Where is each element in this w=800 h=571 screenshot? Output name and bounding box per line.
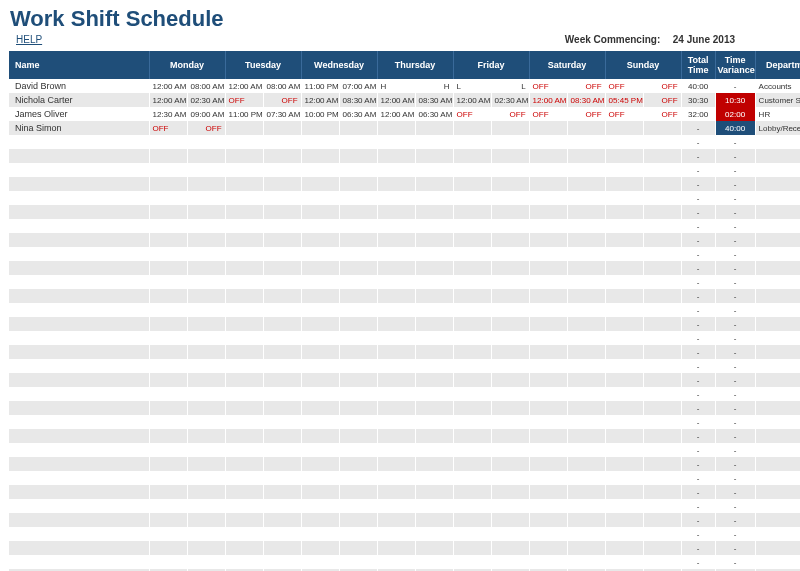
cell-variance: - xyxy=(715,177,755,191)
col-total-time: Total Time xyxy=(681,51,715,79)
cell-shift xyxy=(377,247,415,261)
cell-shift xyxy=(263,485,301,499)
cell-department xyxy=(755,555,800,569)
cell-shift xyxy=(225,555,263,569)
cell-shift xyxy=(149,359,187,373)
cell-shift xyxy=(453,401,491,415)
cell-shift: 12:00 AM xyxy=(377,107,415,121)
cell-shift xyxy=(301,163,339,177)
cell-name xyxy=(9,359,149,373)
cell-shift xyxy=(187,527,225,541)
cell-shift xyxy=(301,485,339,499)
cell-shift xyxy=(415,163,453,177)
cell-department: HR xyxy=(755,107,800,121)
cell-variance: - xyxy=(715,373,755,387)
cell-shift xyxy=(263,233,301,247)
cell-shift xyxy=(263,471,301,485)
cell-shift xyxy=(301,457,339,471)
cell-shift xyxy=(567,457,605,471)
cell-shift xyxy=(643,261,681,275)
cell-shift xyxy=(225,541,263,555)
sub-header: HELP Week Commencing: 24 June 2013 xyxy=(0,32,800,51)
cell-shift xyxy=(301,205,339,219)
table-row-empty: -- xyxy=(9,177,800,191)
col-time-variance: Time Variance xyxy=(715,51,755,79)
cell-shift xyxy=(225,345,263,359)
cell-name xyxy=(9,471,149,485)
cell-variance: - xyxy=(715,275,755,289)
cell-shift xyxy=(643,499,681,513)
cell-shift xyxy=(491,121,529,135)
cell-shift xyxy=(225,303,263,317)
cell-shift: 02:30 AM xyxy=(187,93,225,107)
cell-shift xyxy=(643,247,681,261)
cell-total: - xyxy=(681,163,715,177)
cell-shift xyxy=(263,261,301,275)
cell-shift xyxy=(187,555,225,569)
cell-shift xyxy=(187,233,225,247)
cell-shift xyxy=(567,331,605,345)
cell-shift xyxy=(643,513,681,527)
cell-shift xyxy=(491,541,529,555)
table-row-empty: -- xyxy=(9,261,800,275)
cell-shift xyxy=(415,541,453,555)
table-row-empty: -- xyxy=(9,219,800,233)
cell-shift xyxy=(529,555,567,569)
week-commencing-label: Week Commencing: xyxy=(565,34,660,45)
cell-shift xyxy=(263,247,301,261)
cell-shift xyxy=(187,513,225,527)
cell-total: - xyxy=(681,387,715,401)
cell-shift xyxy=(339,205,377,219)
cell-variance: 02:00 xyxy=(715,107,755,121)
cell-name xyxy=(9,401,149,415)
cell-total: - xyxy=(681,303,715,317)
cell-shift xyxy=(491,359,529,373)
cell-shift: 09:00 AM xyxy=(187,107,225,121)
cell-department xyxy=(755,401,800,415)
help-link[interactable]: HELP xyxy=(16,34,42,45)
cell-shift xyxy=(605,317,643,331)
cell-shift xyxy=(529,135,567,149)
cell-shift xyxy=(301,317,339,331)
cell-shift xyxy=(301,191,339,205)
cell-shift xyxy=(187,331,225,345)
cell-shift xyxy=(377,457,415,471)
table-row-empty: -- xyxy=(9,555,800,569)
cell-shift xyxy=(225,387,263,401)
cell-shift xyxy=(605,541,643,555)
cell-shift xyxy=(415,135,453,149)
page-title: Work Shift Schedule xyxy=(0,0,800,32)
cell-shift xyxy=(567,499,605,513)
cell-shift xyxy=(187,275,225,289)
cell-shift xyxy=(453,177,491,191)
cell-shift xyxy=(339,499,377,513)
cell-shift: OFF xyxy=(491,107,529,121)
cell-variance: - xyxy=(715,485,755,499)
cell-department xyxy=(755,289,800,303)
col-tuesday: Tuesday xyxy=(225,51,301,79)
cell-variance: - xyxy=(715,233,755,247)
cell-shift xyxy=(149,415,187,429)
cell-shift xyxy=(149,289,187,303)
cell-department: Accounts xyxy=(755,79,800,93)
cell-shift xyxy=(605,415,643,429)
cell-shift xyxy=(225,219,263,233)
cell-shift: OFF xyxy=(567,107,605,121)
cell-department xyxy=(755,303,800,317)
cell-shift xyxy=(415,457,453,471)
cell-shift xyxy=(225,177,263,191)
cell-shift xyxy=(187,401,225,415)
cell-shift xyxy=(187,247,225,261)
cell-shift xyxy=(263,135,301,149)
cell-shift xyxy=(605,303,643,317)
cell-shift xyxy=(567,471,605,485)
cell-variance: - xyxy=(715,387,755,401)
cell-total: - xyxy=(681,233,715,247)
table-row-empty: -- xyxy=(9,443,800,457)
cell-shift xyxy=(187,149,225,163)
cell-shift xyxy=(415,387,453,401)
cell-shift xyxy=(187,163,225,177)
cell-shift xyxy=(263,331,301,345)
cell-shift xyxy=(529,233,567,247)
cell-shift xyxy=(529,317,567,331)
